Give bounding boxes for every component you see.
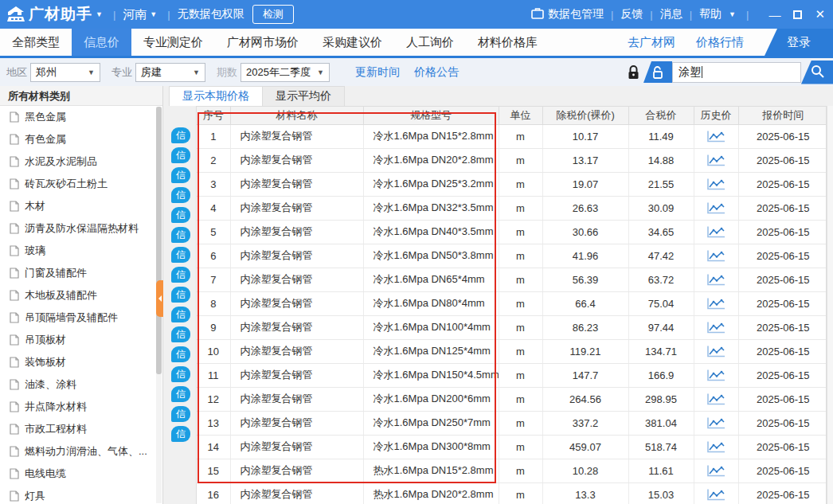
table-row[interactable]: 13内涂塑复合钢管冷水1.6Mpa DN250*7mmm337.2381.04 … — [197, 411, 827, 435]
sidebar-scrollbar-thumb[interactable] — [156, 107, 162, 374]
sidebar-item-0[interactable]: 黑色金属 — [0, 106, 162, 128]
info-badge[interactable]: 信 — [171, 147, 190, 163]
info-badge[interactable]: 信 — [171, 127, 190, 143]
sidebar-item-17[interactable]: 灯具 — [0, 485, 162, 504]
line-chart-icon[interactable] — [706, 297, 726, 311]
sidebar-item-10[interactable]: 吊顶板材 — [0, 329, 162, 351]
table-scrollbar-track[interactable] — [827, 106, 833, 504]
sidebar-item-7[interactable]: 门窗及辅配件 — [0, 262, 162, 284]
sidebar-item-14[interactable]: 市政工程材料 — [0, 418, 162, 440]
table-row[interactable]: 3内涂塑复合钢管冷水1.6Mpa DN25*3.2mmm19.0721.55 2… — [197, 172, 827, 196]
sidebar-item-11[interactable]: 装饰板材 — [0, 351, 162, 373]
table-row[interactable]: 10内涂塑复合钢管冷水1.6Mpa DN125*4mmm119.21134.71… — [197, 339, 827, 363]
table-row[interactable]: 4内涂塑复合钢管冷水1.6Mpa DN32*3.5mmm26.6330.09 2… — [197, 196, 827, 220]
info-badge[interactable]: 信 — [171, 406, 190, 422]
nav-tab-5[interactable]: 人工询价 — [394, 29, 466, 56]
sidebar-item-1[interactable]: 有色金属 — [0, 128, 162, 150]
period-select[interactable]: 2025年二季度 ▼ — [241, 63, 330, 82]
line-chart-icon[interactable] — [706, 488, 726, 502]
sidebar-item-15[interactable]: 燃料动力润滑油、气体、... — [0, 440, 162, 463]
line-chart-icon[interactable] — [706, 249, 726, 263]
line-chart-icon[interactable] — [706, 201, 726, 215]
sidebar-item-2[interactable]: 水泥及水泥制品 — [0, 150, 162, 173]
sidebar-collapse-handle[interactable] — [156, 280, 163, 317]
line-chart-icon[interactable] — [706, 273, 726, 287]
nav-tab-6[interactable]: 材料价格库 — [466, 29, 549, 56]
info-badge[interactable]: 信 — [171, 247, 190, 263]
login-button[interactable]: 登录 — [765, 29, 833, 56]
table-row[interactable]: 1内涂塑复合钢管冷水1.6Mpa DN15*2.8mmm10.1711.49 2… — [197, 124, 827, 148]
sidebar-item-4[interactable]: 木材 — [0, 195, 162, 217]
info-badge[interactable]: 信 — [171, 307, 190, 322]
table-row[interactable]: 15内涂塑复合钢管热水1.6Mpa DN15*2.8mmm10.2811.61 … — [197, 459, 827, 483]
help-button[interactable]: 帮助 ▼ — [699, 7, 739, 21]
line-chart-icon[interactable] — [706, 393, 726, 406]
line-chart-icon[interactable] — [706, 130, 726, 143]
sidebar-item-13[interactable]: 井点降水材料 — [0, 396, 162, 418]
goto-guangcai-link[interactable]: 去广材网 — [628, 35, 675, 50]
search-input[interactable]: 涂塑 — [672, 62, 801, 83]
line-chart-icon[interactable] — [706, 416, 726, 430]
sidebar-item-16[interactable]: 电线电缆 — [0, 463, 162, 485]
close-button[interactable]: ✕ — [815, 7, 825, 21]
sidebar-item-6[interactable]: 玻璃 — [0, 240, 162, 262]
price-notice-link[interactable]: 价格公告 — [414, 65, 459, 80]
line-chart-icon[interactable] — [706, 345, 726, 358]
nav-tab-1[interactable]: 信息价 — [72, 29, 131, 56]
update-time-link[interactable]: 更新时间 — [355, 65, 400, 80]
data-package-button[interactable]: 数据包管理 — [531, 7, 604, 21]
sidebar-item-3[interactable]: 砖瓦灰砂石土粉土 — [0, 173, 162, 195]
line-chart-icon[interactable] — [706, 464, 726, 478]
table-row[interactable]: 7内涂塑复合钢管冷水1.6Mpa DN65*4mmm56.3963.72 202… — [197, 268, 827, 291]
sidebar-item-8[interactable]: 木地板及辅配件 — [0, 284, 162, 307]
table-row[interactable]: 9内涂塑复合钢管冷水1.6Mpa DN100*4mmm86.2397.44 20… — [197, 315, 827, 339]
table-row[interactable]: 14内涂塑复合钢管冷水1.6Mpa DN300*8mmm459.07518.74… — [197, 435, 827, 459]
line-chart-icon[interactable] — [706, 440, 726, 454]
feedback-button[interactable]: 反馈 — [620, 7, 643, 21]
line-chart-icon[interactable] — [706, 154, 726, 167]
line-chart-icon[interactable] — [706, 225, 726, 239]
lock-open-button[interactable] — [643, 61, 672, 83]
maximize-button[interactable] — [793, 10, 802, 19]
info-badge[interactable]: 信 — [171, 227, 190, 243]
info-badge[interactable]: 信 — [171, 267, 190, 283]
price-market-link[interactable]: 价格行情 — [696, 35, 744, 50]
nav-tab-4[interactable]: 采购建议价 — [311, 29, 394, 56]
table-row[interactable]: 11内涂塑复合钢管冷水1.6Mpa DN150*4.5mmm147.7166.9… — [197, 363, 827, 387]
nav-tab-2[interactable]: 专业测定价 — [131, 29, 215, 56]
table-row[interactable]: 16内涂塑复合钢管热水1.6Mpa DN20*2.8mmm13.315.03 2… — [197, 483, 827, 504]
table-row[interactable]: 8内涂塑复合钢管冷水1.6Mpa DN80*4mmm66.475.04 2025… — [197, 291, 827, 315]
lock-closed-icon[interactable] — [627, 64, 640, 80]
info-badge[interactable]: 信 — [171, 187, 190, 203]
line-chart-icon[interactable] — [706, 321, 726, 334]
nav-tab-0[interactable]: 全部类型 — [0, 29, 72, 56]
info-badge[interactable]: 信 — [171, 167, 190, 183]
sidebar-item-5[interactable]: 沥青及防水保温隔热材料 — [0, 217, 162, 240]
messages-button[interactable]: 消息 — [660, 7, 682, 21]
sidebar-item-12[interactable]: 油漆、涂料 — [0, 373, 162, 396]
region-switcher[interactable]: 河南 ▼ — [123, 7, 160, 22]
nav-tab-3[interactable]: 广材网市场价 — [215, 29, 311, 56]
table-row[interactable]: 5内涂塑复合钢管冷水1.6Mpa DN40*3.5mmm30.6634.65 2… — [197, 220, 827, 244]
region-select[interactable]: 郑州 ▼ — [30, 63, 100, 82]
search-button[interactable] — [801, 61, 833, 84]
info-badge[interactable]: 信 — [171, 426, 190, 442]
minimize-button[interactable]: — — [768, 8, 780, 21]
check-button[interactable]: 检测 — [252, 5, 294, 24]
tab-current-price[interactable]: 显示本期价格 — [169, 86, 263, 106]
line-chart-icon[interactable] — [706, 369, 726, 382]
info-badge[interactable]: 信 — [171, 386, 190, 402]
table-row[interactable]: 6内涂塑复合钢管冷水1.6Mpa DN50*3.8mmm41.9647.42 2… — [197, 244, 827, 268]
app-menu-caret-icon[interactable]: ▼ — [96, 10, 103, 18]
major-select[interactable]: 房建 ▼ — [135, 63, 205, 82]
table-row[interactable]: 12内涂塑复合钢管冷水1.6Mpa DN200*6mmm264.56298.95… — [197, 387, 827, 411]
info-badge[interactable]: 信 — [171, 346, 190, 362]
info-badge[interactable]: 信 — [171, 326, 190, 342]
info-badge[interactable]: 信 — [171, 207, 190, 223]
info-badge[interactable]: 信 — [171, 366, 190, 382]
line-chart-icon[interactable] — [706, 178, 726, 191]
table-row[interactable]: 2内涂塑复合钢管冷水1.6Mpa DN20*2.8mmm13.1714.88 2… — [197, 148, 827, 172]
sidebar-item-9[interactable]: 吊顶隔墙骨及辅配件 — [0, 307, 162, 329]
tab-average-price[interactable]: 显示平均价 — [263, 86, 345, 106]
info-badge[interactable]: 信 — [171, 287, 190, 303]
